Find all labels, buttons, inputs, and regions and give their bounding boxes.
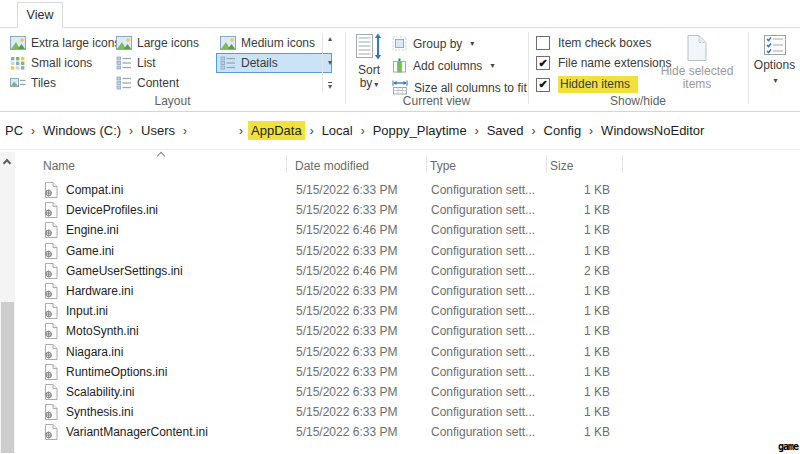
ini-file-icon	[44, 384, 58, 400]
breadcrumb-item-pc[interactable]: PC	[2, 121, 26, 140]
layout-option-large-icons[interactable]: Large icons	[112, 33, 216, 53]
breadcrumb-item-config[interactable]: Config	[541, 121, 585, 140]
size-all-columns-button[interactable]: Size all columns to fit	[392, 80, 527, 95]
breadcrumb-separator-icon[interactable]: ›	[310, 124, 314, 138]
file-date-modified: 5/15/2022 6:33 PM	[296, 183, 431, 197]
file-row[interactable]: Hardware.ini 5/15/2022 6:33 PM Configura…	[15, 281, 800, 301]
file-row[interactable]: MotoSynth.ini 5/15/2022 6:33 PM Configur…	[15, 321, 800, 341]
file-row[interactable]: Synthesis.ini 5/15/2022 6:33 PM Configur…	[15, 402, 800, 422]
ini-file-icon	[44, 243, 58, 259]
file-name: Compat.ini	[66, 183, 296, 197]
column-separator[interactable]	[426, 155, 427, 173]
ini-file-icon	[44, 202, 58, 218]
file-row[interactable]: RuntimeOptions.ini 5/15/2022 6:33 PM Con…	[15, 362, 800, 382]
breadcrumb-separator-icon[interactable]: ›	[589, 124, 593, 138]
column-separator[interactable]	[286, 155, 287, 173]
file-row[interactable]: Engine.ini 5/15/2022 6:46 PM Configurati…	[15, 220, 800, 240]
add-columns-label: Add columns	[413, 59, 482, 73]
file-row[interactable]: Niagara.ini 5/15/2022 6:33 PM Configurat…	[15, 342, 800, 362]
file-row[interactable]: Scalability.ini 5/15/2022 6:33 PM Config…	[15, 382, 800, 402]
ini-file-icon	[44, 323, 58, 339]
column-separator[interactable]	[546, 155, 547, 173]
file-date-modified: 5/15/2022 6:33 PM	[296, 365, 431, 379]
gallery-scroll-down-icon[interactable]: ▾	[328, 59, 332, 67]
file-date-modified: 5/15/2022 6:46 PM	[296, 223, 431, 237]
breadcrumb-item-windows-c-[interactable]: Windows (C:)	[40, 121, 124, 140]
breadcrumb-separator-icon[interactable]: ›	[31, 124, 35, 138]
layout-option-small-icons[interactable]: Small icons	[6, 53, 112, 73]
file-row[interactable]: Input.ini 5/15/2022 6:33 PM Configuratio…	[15, 301, 800, 321]
file-size: 1 KB	[551, 244, 618, 258]
file-name: RuntimeOptions.ini	[66, 365, 296, 379]
gallery-scroll-up-icon[interactable]: ▴	[328, 35, 332, 43]
layout-option-label: Content	[137, 76, 179, 90]
gallery-scrollbar[interactable]: ▴ ▾ ▾	[322, 33, 337, 93]
file-type: Configuration sett...	[431, 304, 551, 318]
file-date-modified: 5/15/2022 6:33 PM	[296, 425, 431, 439]
layout-option-label: Extra large icons	[31, 36, 120, 50]
file-type: Configuration sett...	[431, 385, 551, 399]
breadcrumb-separator-icon[interactable]: ›	[239, 124, 243, 138]
tab-view[interactable]: View	[17, 2, 63, 28]
file-name: MotoSynth.ini	[66, 324, 296, 338]
file-date-modified: 5/15/2022 6:33 PM	[296, 324, 431, 338]
hide-selected-items-button[interactable]: Hide selected items	[650, 34, 744, 91]
column-header-type[interactable]: Type	[430, 159, 456, 173]
breadcrumb-separator-icon[interactable]: ›	[183, 124, 187, 138]
dropdown-caret-icon: ▾	[490, 61, 494, 70]
layout-option-list[interactable]: List	[112, 53, 216, 73]
options-button[interactable]: Options ▾	[751, 34, 798, 87]
group-by-button[interactable]: Group by ▾	[392, 36, 527, 51]
file-size: 1 KB	[551, 385, 618, 399]
breadcrumb-item-appdata[interactable]: AppData	[248, 121, 305, 140]
gallery-expand-icon[interactable]: ▾	[328, 82, 332, 91]
file-list-area: Name Date modified Type Size Compat.ini …	[0, 150, 800, 453]
breadcrumb-item-poppy-playtime[interactable]: Poppy_Playtime	[370, 121, 470, 140]
breadcrumb-item-saved[interactable]: Saved	[484, 121, 527, 140]
file-row[interactable]: Game.ini 5/15/2022 6:33 PM Configuration…	[15, 241, 800, 261]
unchecked-checkbox-icon[interactable]	[536, 36, 550, 50]
layout-option-details[interactable]: Details	[216, 53, 332, 73]
options-icon	[763, 34, 787, 56]
dropdown-caret-icon: ▾	[470, 39, 474, 48]
list-view-icon	[116, 56, 132, 70]
layout-option-extra-large-icons[interactable]: Extra large icons	[6, 33, 112, 53]
sort-by-label-line2: by▾	[350, 77, 388, 91]
layout-option-medium-icons[interactable]: Medium icons	[216, 33, 332, 53]
file-name: Niagara.ini	[66, 345, 296, 359]
vertical-scrollbar[interactable]	[0, 152, 15, 453]
file-row[interactable]: DeviceProfiles.ini 5/15/2022 6:33 PM Con…	[15, 200, 800, 220]
file-row[interactable]: VariantManagerContent.ini 5/15/2022 6:33…	[15, 422, 800, 442]
file-row[interactable]: GameUserSettings.ini 5/15/2022 6:46 PM C…	[15, 261, 800, 281]
breadcrumb-separator-icon[interactable]: ›	[361, 124, 365, 138]
layout-option-tiles[interactable]: Tiles	[6, 73, 112, 93]
file-type: Configuration sett...	[431, 425, 551, 439]
scrollbar-thumb[interactable]	[1, 302, 14, 453]
file-size: 2 KB	[551, 264, 618, 278]
column-header-date-modified[interactable]: Date modified	[295, 159, 369, 173]
file-explorer-window: View Extra large iconsLarge iconsMedium …	[0, 0, 800, 454]
checkbox-label: Hidden items	[558, 76, 638, 93]
layout-option-label: List	[137, 56, 156, 70]
breadcrumb-item-local[interactable]: Local	[319, 121, 356, 140]
file-name: DeviceProfiles.ini	[66, 203, 296, 217]
column-header-name[interactable]: Name	[43, 159, 75, 173]
sort-by-button[interactable]: Sort by▾	[350, 33, 388, 91]
column-header-size[interactable]: Size	[550, 159, 573, 173]
checked-checkbox-icon[interactable]: ✔	[536, 78, 550, 92]
layout-option-label: Medium icons	[241, 36, 315, 50]
breadcrumb-item-windowsnoeditor[interactable]: WindowsNoEditor	[598, 121, 707, 140]
layout-option-content[interactable]: Content	[112, 73, 216, 93]
checked-checkbox-icon[interactable]: ✔	[536, 56, 550, 70]
scrollbar-up-icon[interactable]	[3, 159, 11, 167]
column-separator[interactable]	[622, 155, 623, 173]
add-columns-button[interactable]: Add columns ▾	[392, 58, 527, 73]
breadcrumb-separator-icon[interactable]: ›	[475, 124, 479, 138]
file-date-modified: 5/15/2022 6:33 PM	[296, 284, 431, 298]
breadcrumb-separator-icon[interactable]: ›	[532, 124, 536, 138]
file-row[interactable]: Compat.ini 5/15/2022 6:33 PM Configurati…	[15, 180, 800, 200]
show-hide-group-label: Show/hide	[528, 94, 748, 108]
small-icons-icon	[10, 56, 26, 70]
breadcrumb-separator-icon[interactable]: ›	[129, 124, 133, 138]
breadcrumb-item-users[interactable]: Users	[138, 121, 178, 140]
